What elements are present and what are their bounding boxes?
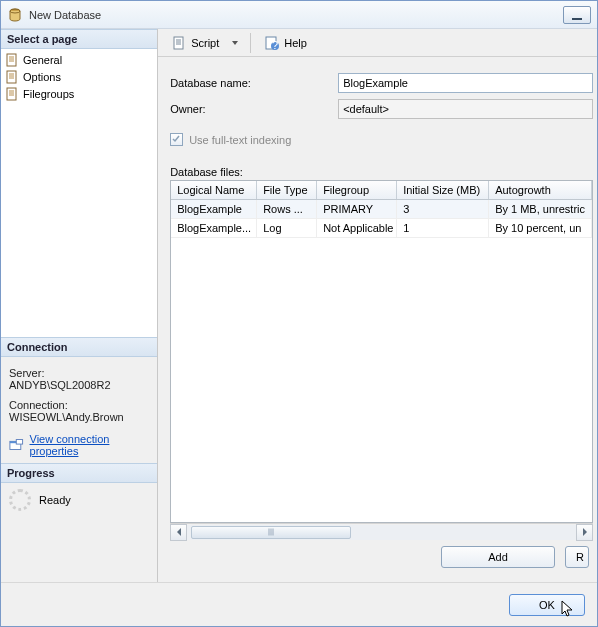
toolbar: Script ? Help	[158, 29, 597, 57]
footer: OK	[1, 582, 597, 626]
scroll-track[interactable]	[187, 525, 576, 540]
dbname-input[interactable]	[338, 73, 593, 93]
left-panel: Select a page General Options Filegroups…	[1, 29, 158, 582]
script-icon	[171, 35, 187, 51]
help-button[interactable]: ? Help	[259, 32, 312, 54]
svg-text:?: ?	[272, 39, 278, 51]
server-label: Server:	[9, 367, 149, 379]
check-icon	[171, 134, 182, 145]
remove-button[interactable]: R	[565, 546, 589, 568]
horizontal-scrollbar[interactable]	[170, 523, 593, 540]
page-general[interactable]: General	[5, 52, 153, 68]
table-row[interactable]: BlogExample... Log Not Applicable 1 By 1…	[171, 219, 592, 238]
connection-value: WISEOWL\Andy.Brown	[9, 411, 149, 423]
cell-filegroup: Not Applicable	[317, 219, 397, 237]
fulltext-checkbox-row: Use full-text indexing	[170, 133, 593, 146]
col-logical-name[interactable]: Logical Name	[171, 181, 257, 199]
new-database-window: New Database Select a page General Optio…	[0, 0, 598, 627]
page-label: General	[23, 54, 62, 66]
toolbar-separator	[250, 33, 251, 53]
dbname-label: Database name:	[170, 77, 338, 89]
view-connection-properties-link[interactable]: View connection properties	[9, 433, 149, 457]
cell-filetype: Log	[257, 219, 317, 237]
cell-filetype: Rows ...	[257, 200, 317, 218]
owner-label: Owner:	[170, 103, 338, 115]
page-label: Filegroups	[23, 88, 74, 100]
page-icon	[5, 87, 19, 101]
titlebar[interactable]: New Database	[1, 1, 597, 29]
grid-actions: Add R	[170, 540, 593, 574]
col-autogrowth[interactable]: Autogrowth	[489, 181, 592, 199]
script-label: Script	[191, 37, 219, 49]
server-value: ANDYB\SQL2008R2	[9, 379, 149, 391]
help-icon: ?	[264, 35, 280, 51]
view-connection-properties-label: View connection properties	[30, 433, 150, 457]
connection-info: Server: ANDYB\SQL2008R2 Connection: WISE…	[1, 357, 157, 463]
cell-autogrowth: By 1 MB, unrestric	[489, 200, 592, 218]
page-list: General Options Filegroups	[1, 49, 157, 337]
cell-autogrowth: By 10 percent, un	[489, 219, 592, 237]
page-icon	[5, 53, 19, 67]
cell-filegroup: PRIMARY	[317, 200, 397, 218]
select-page-header: Select a page	[1, 29, 157, 49]
col-initial-size[interactable]: Initial Size (MB)	[397, 181, 489, 199]
progress-text: Ready	[39, 494, 71, 506]
table-row[interactable]: BlogExample Rows ... PRIMARY 3 By 1 MB, …	[171, 200, 592, 219]
col-filegroup[interactable]: Filegroup	[317, 181, 397, 199]
owner-input[interactable]	[338, 99, 593, 119]
svg-rect-8	[174, 37, 183, 49]
scroll-thumb[interactable]	[191, 526, 351, 539]
fulltext-checkbox	[170, 133, 183, 146]
add-button[interactable]: Add	[441, 546, 555, 568]
chevron-left-icon	[177, 528, 181, 536]
minimize-button[interactable]	[563, 6, 591, 24]
connection-header: Connection	[1, 337, 157, 357]
svg-rect-3	[7, 71, 16, 83]
grid-header: Logical Name File Type Filegroup Initial…	[171, 181, 592, 200]
fulltext-label: Use full-text indexing	[189, 134, 291, 146]
svg-rect-7	[16, 440, 22, 445]
progress-header: Progress	[1, 463, 157, 483]
progress-status: Ready	[1, 483, 157, 517]
page-icon	[5, 70, 19, 84]
cell-initsize: 3	[397, 200, 489, 218]
connection-label: Connection:	[9, 399, 149, 411]
cell-logical: BlogExample...	[171, 219, 257, 237]
help-label: Help	[284, 37, 307, 49]
svg-rect-2	[7, 54, 16, 66]
page-label: Options	[23, 71, 61, 83]
svg-rect-4	[7, 88, 16, 100]
ok-button[interactable]: OK	[509, 594, 585, 616]
page-options[interactable]: Options	[5, 69, 153, 85]
cell-initsize: 1	[397, 219, 489, 237]
right-panel: Script ? Help Database name: Owner:	[158, 29, 597, 582]
script-dropdown-arrow[interactable]	[232, 41, 238, 45]
scroll-right-button[interactable]	[576, 524, 593, 541]
properties-icon	[9, 438, 24, 452]
window-title: New Database	[29, 9, 101, 21]
scroll-left-button[interactable]	[170, 524, 187, 541]
page-filegroups[interactable]: Filegroups	[5, 86, 153, 102]
cell-logical: BlogExample	[171, 200, 257, 218]
database-icon	[7, 7, 23, 23]
database-files-label: Database files:	[170, 166, 593, 178]
chevron-right-icon	[583, 528, 587, 536]
progress-spinner-icon	[9, 489, 31, 511]
col-file-type[interactable]: File Type	[257, 181, 317, 199]
script-button[interactable]: Script	[166, 32, 224, 54]
database-files-grid[interactable]: Logical Name File Type Filegroup Initial…	[170, 180, 593, 523]
